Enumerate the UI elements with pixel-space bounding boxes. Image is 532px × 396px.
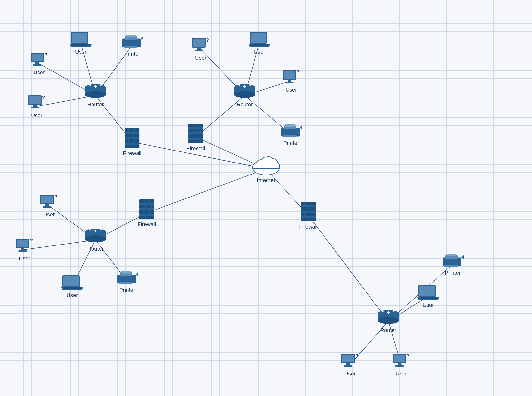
svg-rect-125 [344, 365, 352, 367]
user-tr1-label: User [195, 55, 206, 61]
user-tl3-label: User [31, 112, 42, 119]
firewall-tr-label: Firewall [186, 145, 205, 152]
svg-rect-79 [31, 107, 39, 108]
user-br2-icon: ? [340, 352, 360, 370]
svg-rect-88 [195, 50, 203, 51]
router-br-node: Router [376, 309, 401, 334]
user-bl1-node: ? User [39, 193, 59, 218]
svg-rect-23 [125, 139, 139, 143]
user-tl3-node: ? User [27, 94, 46, 119]
svg-rect-94 [284, 71, 295, 79]
user-tr3-node: ? User [281, 69, 301, 93]
user-br3-label: User [396, 371, 407, 377]
svg-point-13 [234, 91, 255, 98]
svg-rect-124 [346, 363, 350, 365]
svg-rect-47 [139, 210, 154, 214]
router-br-label: Router [380, 327, 396, 334]
svg-rect-45 [139, 199, 154, 203]
printer-tl-icon [121, 34, 143, 50]
user-tl3-icon: ? [27, 94, 46, 111]
svg-rect-87 [197, 48, 201, 50]
router-tr-label: Router [237, 101, 253, 108]
svg-rect-130 [395, 365, 404, 367]
firewall-br-label: Firewall [299, 224, 318, 230]
svg-rect-120 [419, 286, 435, 296]
svg-rect-121 [420, 297, 437, 299]
svg-rect-104 [45, 204, 49, 206]
svg-rect-78 [33, 105, 37, 107]
user-br3-node: ? User [392, 352, 411, 377]
router-tr-node: Router [232, 83, 257, 108]
svg-text:?: ? [407, 353, 410, 358]
user-br1-label: User [423, 302, 434, 308]
svg-rect-128 [394, 355, 405, 362]
svg-rect-77 [29, 96, 41, 104]
svg-rect-123 [342, 355, 354, 362]
printer-tl-node: Printer [121, 34, 143, 57]
svg-point-16 [85, 235, 106, 242]
svg-rect-75 [72, 44, 89, 46]
user-br3-icon: ? [392, 352, 411, 370]
svg-rect-134 [447, 254, 456, 256]
user-bl2-label: User [19, 256, 30, 262]
user-tl2-node: User [70, 31, 92, 55]
svg-point-10 [85, 91, 106, 98]
router-br-icon [376, 309, 401, 326]
svg-text:?: ? [45, 52, 47, 57]
connection-firewall_br-router_br [308, 215, 388, 321]
svg-text:?: ? [355, 353, 358, 358]
firewall-tl-icon [124, 127, 141, 149]
user-tr3-icon: ? [281, 69, 301, 86]
user-br2-label: User [344, 371, 356, 377]
svg-rect-84 [124, 46, 137, 48]
firewall-tl-label: Firewall [123, 150, 141, 157]
svg-rect-118 [119, 282, 132, 284]
printer-tr-icon [280, 123, 302, 139]
svg-rect-109 [21, 248, 24, 250]
user-bl1-icon: ? [39, 193, 59, 210]
svg-rect-98 [281, 128, 300, 137]
svg-rect-101 [283, 135, 296, 137]
svg-text:?: ? [30, 238, 33, 243]
firewall-tr-icon [187, 122, 204, 144]
svg-rect-113 [63, 276, 79, 286]
user-bl3-node: User [61, 274, 83, 299]
router-bl-icon [83, 228, 108, 245]
svg-point-19 [378, 317, 399, 324]
svg-rect-95 [288, 80, 291, 82]
user-br1-icon [417, 284, 439, 301]
svg-text:?: ? [297, 69, 300, 74]
router-bl-label: Router [87, 246, 104, 252]
router-tl-icon [83, 83, 108, 100]
svg-rect-21 [125, 128, 139, 132]
user-bl2-icon: ? [15, 237, 34, 255]
user-tr2-label: User [254, 49, 265, 55]
printer-bl-icon [116, 270, 138, 286]
firewall-tr-node: Firewall [186, 122, 205, 152]
printer-tl-label: Printer [124, 51, 140, 57]
user-br1-node: User [417, 284, 439, 308]
svg-rect-129 [398, 363, 401, 365]
svg-rect-110 [18, 250, 27, 252]
internet-node: Internet [250, 154, 282, 184]
svg-rect-48 [139, 216, 154, 219]
svg-rect-83 [126, 35, 136, 37]
user-tr2-node: User [248, 31, 270, 55]
internet-icon [250, 154, 282, 176]
svg-rect-71 [33, 64, 42, 66]
printer-bl-label: Printer [119, 287, 135, 293]
firewall-tl-node: Firewall [123, 127, 141, 157]
svg-rect-117 [121, 271, 131, 274]
internet-label: Internet [257, 177, 275, 184]
user-tl1-icon: ? [29, 51, 49, 69]
router-tl-node: Router [83, 83, 108, 108]
connection-lines [0, 0, 532, 396]
svg-rect-132 [443, 258, 461, 266]
user-bl1-label: User [43, 211, 55, 218]
svg-rect-33 [188, 124, 203, 127]
firewall-br-icon [300, 201, 317, 223]
svg-rect-100 [285, 124, 295, 127]
user-br2-node: ? User [340, 352, 360, 377]
svg-rect-35 [188, 134, 203, 138]
svg-rect-91 [251, 33, 266, 43]
